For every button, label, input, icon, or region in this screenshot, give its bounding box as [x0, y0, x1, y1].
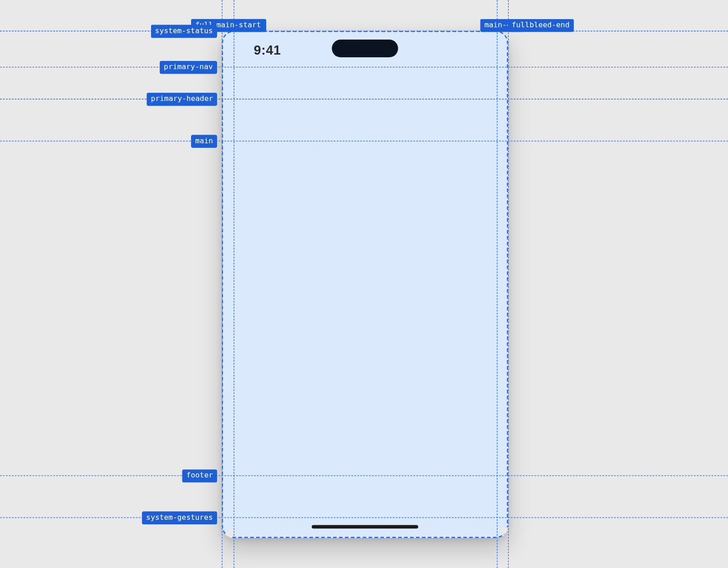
- guide-fullbleed-end: [508, 0, 509, 568]
- status-time: 9:41: [254, 43, 281, 58]
- label-footer: footer: [182, 469, 217, 482]
- device-outline: [222, 31, 508, 538]
- dynamic-island: [332, 40, 398, 57]
- stage: 9:41 fullbleed-startmain-startmain-endfu…: [0, 0, 728, 568]
- device-frame: 9:41: [222, 31, 508, 538]
- label-system-gestures: system-gestures: [142, 512, 217, 524]
- label-fullbleed-end: fullbleed-end: [507, 19, 573, 32]
- label-primary-nav: primary-nav: [160, 61, 217, 74]
- home-indicator[interactable]: [312, 525, 418, 528]
- label-system-status: system-status: [151, 25, 217, 38]
- label-main: main: [191, 135, 217, 147]
- label-main-start: main-start: [212, 19, 265, 32]
- label-primary-header: primary-header: [147, 93, 217, 106]
